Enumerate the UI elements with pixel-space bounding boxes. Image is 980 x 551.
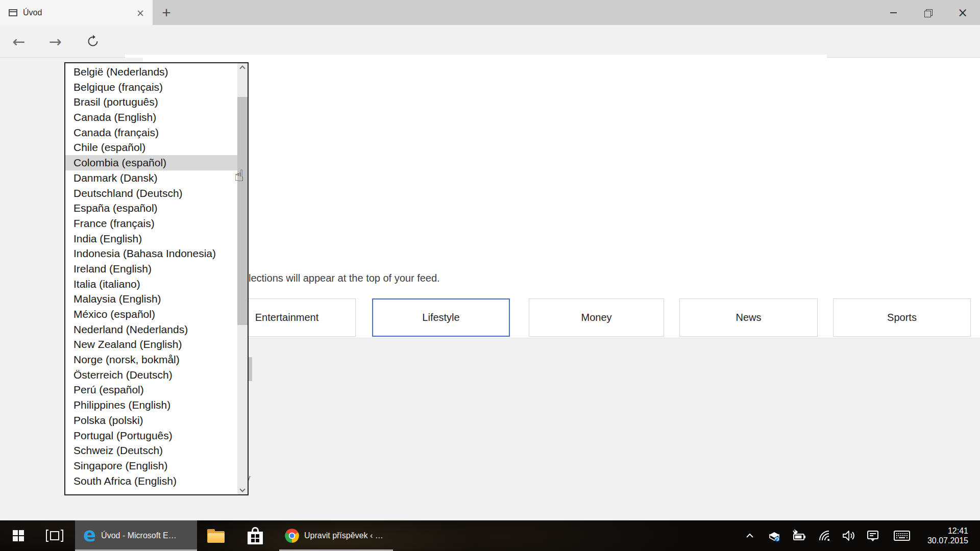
windows-logo-icon [13,530,24,541]
dropdown-scrollbar[interactable] [237,63,248,494]
forward-button[interactable]: → [41,25,69,58]
country-option[interactable]: Österreich (Deutsch) [65,367,237,383]
country-option[interactable]: Indonesia (Bahasa Indonesia) [65,246,237,261]
task-view-button[interactable] [40,520,69,551]
feed-note-text: lections will appear at the top of your … [249,272,440,284]
country-option[interactable]: Norge (norsk, bokmål) [65,352,237,367]
chevron-up-icon [746,533,754,538]
country-option[interactable]: Canada (English) [65,110,237,125]
action-center-icon [866,529,880,543]
country-option[interactable]: Philippines (English) [65,397,237,413]
country-option[interactable]: Brasil (português) [65,94,237,110]
country-option[interactable]: Malaysia (English) [65,291,237,307]
taskbar: e Úvod - Microsoft E… Upravit příspěv [0,520,980,551]
keyboard-icon [893,529,911,542]
clock-date: 30.07.2015 [919,536,968,545]
page-white-panel [143,58,980,338]
country-option[interactable]: Deutschland (Deutsch) [65,186,237,201]
refresh-button[interactable] [81,25,105,58]
restore-icon [924,9,932,16]
tray-action-center-button[interactable] [863,520,883,551]
country-listbox: België (Nederlands)Belgique (français)Br… [65,64,237,488]
scroll-down-icon[interactable] [239,486,245,492]
edge-logo-icon: e [83,525,96,544]
tray-dropbox-icon[interactable] [764,520,785,551]
tab-title: Úvod [23,8,42,17]
taskbar-file-explorer-button[interactable] [201,520,231,551]
minimize-button[interactable] [876,0,911,25]
new-tab-button[interactable]: + [153,0,180,25]
browser-navbar: ← → [0,25,980,58]
battery-charging-icon [791,529,806,542]
country-option[interactable]: Belgique (français) [65,80,237,95]
window-controls: × [876,0,980,25]
country-option[interactable]: Polska (polski) [65,413,237,428]
country-option[interactable]: Chile (español) [65,140,237,155]
country-option[interactable]: Perú (español) [65,382,237,397]
tray-wifi-button[interactable] [814,520,835,551]
back-button[interactable]: ← [5,25,33,58]
country-option[interactable]: India (English) [65,231,237,246]
taskbar-chrome-button[interactable]: Upravit příspěvek ‹ … [279,520,393,551]
refresh-icon [86,35,100,48]
restore-button[interactable] [911,0,945,25]
hand-cursor-icon: ☝ [234,166,244,185]
scrollbar-thumb[interactable] [237,97,248,325]
country-option[interactable]: México (español) [65,307,237,322]
edge-window-title: Úvod - Microsoft E… [101,531,177,540]
country-option[interactable]: Colombia (español) [65,155,237,170]
country-option[interactable]: España (español) [65,201,237,216]
category-button-lifestyle[interactable]: Lifestyle [372,298,510,337]
page-icon [9,9,17,16]
partially-hidden-element [249,357,252,381]
taskbar-edge-button[interactable]: e Úvod - Microsoft E… [75,520,197,551]
country-option[interactable]: Singapore (English) [65,458,237,473]
browser-tab[interactable]: Úvod × [0,0,153,25]
category-button-money[interactable]: Money [529,298,664,337]
category-button-sports[interactable]: Sports [833,298,971,337]
country-option[interactable]: Italia (italiano) [65,277,237,292]
task-view-icon [46,530,63,542]
country-option[interactable]: Canada (français) [65,125,237,140]
country-option[interactable]: Ireland (English) [65,261,237,277]
start-button[interactable] [4,520,33,551]
tray-clock[interactable]: 12:41 30.07.2015 [919,520,972,551]
volume-icon [841,529,855,542]
clock-time: 12:41 [919,526,968,536]
country-option[interactable]: Danmark (Dansk) [65,170,237,186]
close-icon: × [958,7,968,19]
country-option[interactable]: België (Nederlands) [65,64,237,80]
dropbox-icon [767,529,781,543]
close-button[interactable]: × [945,0,980,25]
country-dropdown: België (Nederlands)Belgique (français)Br… [64,62,249,495]
chrome-window-title: Upravit příspěvek ‹ … [304,531,383,540]
country-option[interactable]: Nederland (Nederlands) [65,322,237,337]
wifi-icon [818,529,831,542]
country-option[interactable]: Portugal (Português) [65,428,237,443]
browser-titlebar: Úvod × + × [0,0,980,25]
tray-volume-button[interactable] [838,520,859,551]
country-option[interactable]: France (français) [65,216,237,231]
country-option[interactable]: New Zealand (English) [65,337,237,352]
store-icon [247,527,264,544]
scroll-up-icon[interactable] [239,65,245,71]
tray-battery-button[interactable] [789,520,809,551]
country-option[interactable]: South Africa (English) [65,473,237,489]
minimize-icon [890,12,897,13]
tab-close-icon[interactable]: × [136,0,144,25]
category-button-news[interactable]: News [679,298,818,337]
tray-show-hidden-icons-button[interactable] [740,520,760,551]
file-explorer-icon [207,529,225,543]
country-option[interactable]: Schweiz (Deutsch) [65,443,237,458]
tray-touch-keyboard-button[interactable] [891,520,913,551]
desktop-screen: Úvod × + × ← → [0,0,980,551]
taskbar-store-button[interactable] [240,520,271,551]
chrome-icon [284,528,300,543]
